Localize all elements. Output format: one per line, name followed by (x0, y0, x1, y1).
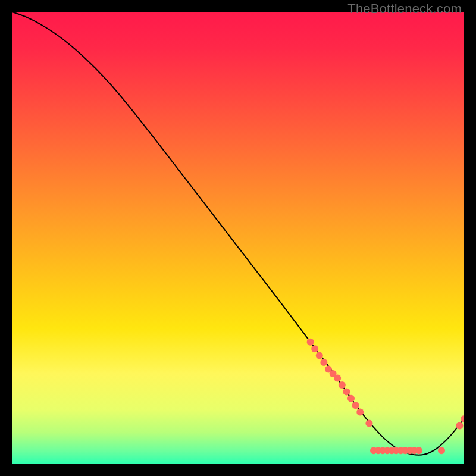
data-point (343, 388, 350, 395)
gradient-background (12, 12, 464, 464)
data-point (316, 352, 323, 359)
bottleneck-chart (12, 12, 464, 464)
data-point (307, 339, 314, 346)
data-point (356, 409, 364, 416)
data-point (320, 359, 327, 366)
watermark-text: TheBottleneck.com (347, 1, 462, 17)
data-point (334, 375, 341, 382)
data-point (311, 345, 318, 352)
data-point (365, 420, 372, 427)
data-point (347, 395, 355, 402)
data-point (415, 447, 422, 454)
data-point (339, 381, 346, 389)
data-point (456, 422, 463, 429)
data-point (438, 447, 445, 454)
data-point (352, 402, 359, 409)
chart-frame (12, 12, 464, 464)
